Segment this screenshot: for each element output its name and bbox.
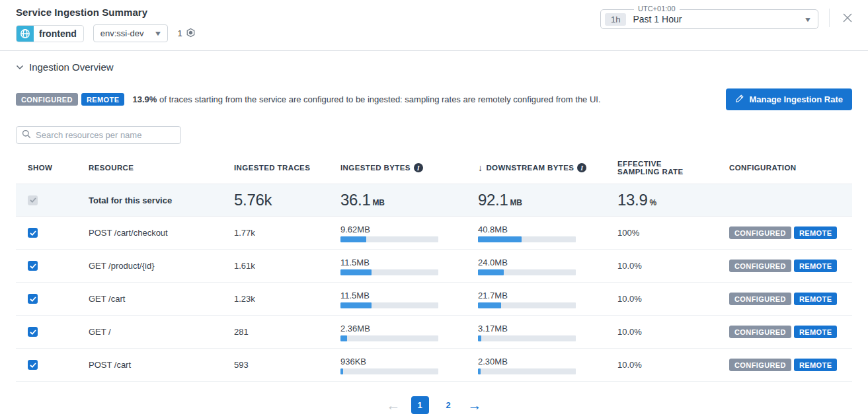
configured-badge: CONFIGURED: [729, 226, 791, 239]
resource-name[interactable]: GET /cart: [89, 294, 234, 304]
page-button-1[interactable]: 1: [411, 396, 429, 414]
close-button[interactable]: [840, 11, 855, 27]
ingested-traces-value: 1.61k: [234, 261, 340, 271]
remote-badge: REMOTE: [794, 326, 837, 338]
total-label: Total for this service: [89, 195, 234, 205]
manage-button-label: Manage Ingestion Rate: [749, 94, 843, 104]
service-chip[interactable]: frontend: [16, 25, 84, 42]
ingested-bytes-bar: [340, 335, 438, 341]
configured-badge: CONFIGURED: [16, 93, 78, 106]
ingested-bytes-cell: 11.5MB: [340, 289, 478, 308]
total-ingested-bytes: 36.1MB: [340, 191, 478, 209]
ingested-bytes-cell: 936KB: [340, 355, 478, 374]
column-resource[interactable]: RESOURCE: [89, 164, 234, 172]
summary-row: CONFIGURED REMOTE 13.9% of traces starti…: [16, 88, 852, 110]
search-box: [16, 126, 181, 144]
sampling-rate-value: 10.0%: [617, 360, 724, 370]
row-checkbox[interactable]: [28, 360, 38, 370]
table-body: POST /cart/checkout 1.77k 9.62MB 40.8MB …: [16, 217, 852, 382]
configuration-badges: CONFIGUREDREMOTE: [724, 326, 852, 338]
row-checkbox[interactable]: [28, 294, 38, 304]
downstream-bytes-bar: [478, 335, 576, 341]
ingested-bytes-value: 11.5MB: [340, 258, 478, 267]
total-row: Total for this service 5.76k 36.1MB 92.1…: [16, 184, 852, 217]
env-filter-select[interactable]: env:ssi-dev ▼: [93, 24, 169, 42]
downstream-bytes-value: 21.7MB: [478, 291, 617, 300]
total-ingested-traces: 5.76k: [234, 191, 340, 209]
column-ingested-bytes[interactable]: INGESTED BYTES i: [340, 163, 478, 172]
agent-hexagon-icon: [186, 28, 196, 40]
column-ingested-traces[interactable]: INGESTED TRACES: [234, 164, 340, 172]
row-checkbox[interactable]: [28, 327, 38, 337]
downstream-bytes-value: 2.30MB: [478, 357, 617, 366]
time-range-label: Past 1 Hour: [633, 14, 805, 24]
column-effective-sampling-rate[interactable]: EFFECTIVE SAMPLING RATE: [617, 160, 724, 176]
downstream-bytes-bar: [478, 236, 576, 242]
row-checkbox[interactable]: [28, 261, 38, 271]
configured-badge: CONFIGURED: [729, 326, 791, 338]
resources-table: SHOW RESOURCE INGESTED TRACES INGESTED B…: [16, 153, 852, 382]
sampling-rate-value: 10.0%: [617, 294, 724, 304]
ingested-bytes-bar: [340, 236, 438, 242]
previous-page-button[interactable]: ←: [387, 398, 401, 412]
ingestion-overview-toggle[interactable]: Ingestion Overview: [16, 61, 852, 73]
info-icon[interactable]: i: [577, 163, 586, 172]
downstream-bytes-bar: [478, 302, 576, 308]
globe-icon: [17, 25, 34, 42]
page-button-2[interactable]: 2: [440, 396, 457, 414]
resource-name[interactable]: GET /product/{id}: [89, 261, 234, 271]
ingested-bytes-cell: 11.5MB: [340, 256, 478, 275]
section-title: Ingestion Overview: [29, 61, 114, 73]
timezone-label: UTC+01:00: [634, 5, 680, 13]
resource-name[interactable]: GET /: [89, 327, 234, 337]
remote-badge: REMOTE: [794, 226, 837, 239]
total-downstream-bytes: 92.1MB: [478, 191, 617, 209]
remote-badge: REMOTE: [81, 93, 124, 106]
downstream-bytes-cell: 2.30MB: [478, 355, 617, 374]
downstream-bytes-cell: 21.7MB: [478, 289, 617, 308]
configuration-badges: CONFIGUREDREMOTE: [724, 260, 852, 272]
remote-badge: REMOTE: [794, 260, 837, 272]
time-range-picker[interactable]: UTC+01:00 1h Past 1 Hour ▼: [600, 9, 818, 29]
table-row: GET / 281 2.36MB 3.17MB 10.0% CONFIGURED…: [16, 316, 852, 349]
table-row: POST /cart/checkout 1.77k 9.62MB 40.8MB …: [16, 217, 852, 250]
total-checkbox: [28, 195, 38, 205]
search-input[interactable]: [36, 130, 175, 140]
downstream-bytes-value: 3.17MB: [478, 324, 617, 333]
ingested-traces-value: 593: [234, 360, 340, 370]
resource-name[interactable]: POST /cart: [89, 360, 234, 370]
ingested-bytes-value: 936KB: [340, 357, 478, 366]
agent-count-value: 1: [177, 28, 182, 38]
downstream-bytes-bar: [478, 368, 576, 374]
configured-badge: CONFIGURED: [729, 293, 791, 305]
ingested-bytes-value: 11.5MB: [340, 291, 478, 300]
downstream-bytes-cell: 24.0MB: [478, 256, 617, 275]
next-page-button[interactable]: →: [468, 398, 482, 412]
page-title: Service Ingestion Summary: [16, 7, 196, 18]
summary-description: of traces starting from the service are …: [159, 94, 601, 104]
service-name: frontend: [34, 28, 83, 39]
configuration-badges: CONFIGUREDREMOTE: [724, 359, 852, 371]
row-checkbox[interactable]: [28, 228, 38, 238]
column-configuration: CONFIGURATION: [724, 164, 852, 172]
chevron-down-icon: ▼: [153, 30, 162, 37]
ingested-bytes-bar: [340, 269, 438, 275]
sampling-rate-value: 100%: [617, 228, 724, 238]
summary-highlight: 13.9%: [132, 94, 157, 104]
resource-name[interactable]: POST /cart/checkout: [89, 228, 234, 238]
column-show: SHOW: [16, 164, 89, 172]
time-range-chip: 1h: [605, 13, 626, 26]
sampling-rate-value: 10.0%: [617, 261, 724, 271]
table-row: POST /cart 593 936KB 2.30MB 10.0% CONFIG…: [16, 349, 852, 382]
ingested-traces-value: 1.77k: [234, 228, 340, 238]
info-icon[interactable]: i: [414, 163, 423, 172]
pencil-icon: [735, 94, 744, 105]
summary-text: 13.9% of traces starting from the servic…: [132, 94, 600, 104]
pagination: ← 12 →: [16, 396, 852, 414]
ingested-bytes-value: 2.36MB: [340, 324, 478, 333]
ingested-bytes-cell: 2.36MB: [340, 322, 478, 341]
column-downstream-bytes[interactable]: ↓ DOWNSTREAM BYTES i: [478, 162, 617, 173]
manage-ingestion-rate-button[interactable]: Manage Ingestion Rate: [726, 88, 852, 110]
downstream-bytes-cell: 40.8MB: [478, 223, 617, 242]
configuration-badges: CONFIGUREDREMOTE: [724, 293, 852, 305]
